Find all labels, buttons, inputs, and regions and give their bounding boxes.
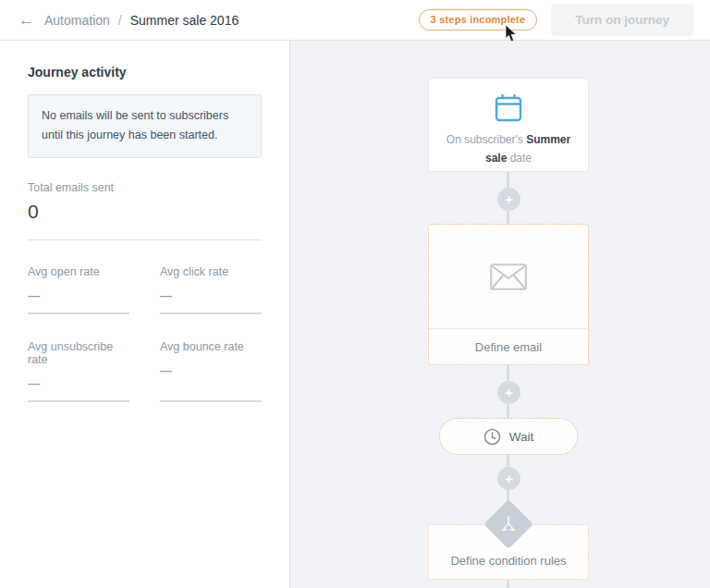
page-title: Summer sale 2016	[130, 13, 239, 28]
branch-split-icon	[501, 516, 516, 533]
journey-canvas: On subscriber's Summer sale date + Defin…	[290, 41, 710, 588]
add-step-button[interactable]: +	[497, 188, 520, 211]
stat-value: —	[160, 363, 262, 377]
email-step-label: Define email	[429, 328, 588, 364]
stat-value: —	[28, 376, 129, 390]
turn-on-journey-button[interactable]: Turn on journey	[551, 4, 693, 36]
avg-bounce-rate-stat: Avg bounce rate —	[160, 340, 262, 402]
add-step-button[interactable]: +	[497, 467, 520, 490]
stat-value: —	[160, 288, 262, 302]
avg-unsubscribe-rate-stat: Avg unsubscribe rate —	[28, 340, 129, 402]
journey-activity-panel: Journey activity No emails will be sent …	[0, 41, 290, 588]
stat-label: Avg open rate	[28, 265, 129, 278]
main-area: Journey activity No emails will be sent …	[0, 41, 710, 588]
panel-title: Journey activity	[28, 65, 262, 80]
header-actions: 3 steps incomplete Turn on journey	[419, 4, 693, 36]
stat-label: Avg unsubscribe rate	[28, 340, 129, 366]
breadcrumb-automation[interactable]: Automation	[44, 13, 110, 28]
breadcrumb: ← Automation / Summer sale 2016	[18, 12, 239, 28]
stat-label: Avg click rate	[160, 265, 262, 278]
trigger-step-card[interactable]: On subscriber's Summer sale date	[428, 78, 589, 172]
mouse-cursor-icon	[505, 25, 517, 43]
add-step-button[interactable]: +	[497, 381, 520, 404]
stats-grid: Avg open rate — Avg click rate — Avg uns…	[28, 265, 262, 402]
stat-value: —	[28, 288, 129, 302]
header-bar: ← Automation / Summer sale 2016 3 steps …	[0, 0, 710, 41]
avg-click-rate-stat: Avg click rate —	[160, 265, 262, 314]
breadcrumb-separator: /	[118, 13, 122, 28]
journey-notice: No emails will be sent to subscribers un…	[28, 94, 262, 158]
status-badge: 3 steps incomplete	[419, 9, 538, 31]
back-arrow-icon[interactable]: ←	[18, 12, 34, 28]
total-emails-label: Total emails sent	[28, 181, 262, 194]
email-card-body	[429, 225, 588, 328]
trigger-step-label: On subscriber's Summer sale date	[438, 131, 579, 168]
avg-open-rate-stat: Avg open rate —	[28, 265, 129, 314]
wait-step-label: Wait	[509, 430, 534, 444]
condition-diamond[interactable]	[489, 505, 528, 544]
total-emails-stat: Total emails sent 0	[28, 181, 262, 223]
email-step-card[interactable]: Define email	[428, 224, 589, 365]
stat-label: Avg bounce rate	[160, 340, 262, 353]
envelope-icon	[490, 263, 527, 290]
total-emails-value: 0	[28, 201, 262, 223]
clock-icon	[484, 428, 501, 446]
stats-divider	[28, 239, 262, 240]
wait-step-pill[interactable]: Wait	[439, 418, 578, 455]
calendar-icon	[493, 92, 524, 123]
